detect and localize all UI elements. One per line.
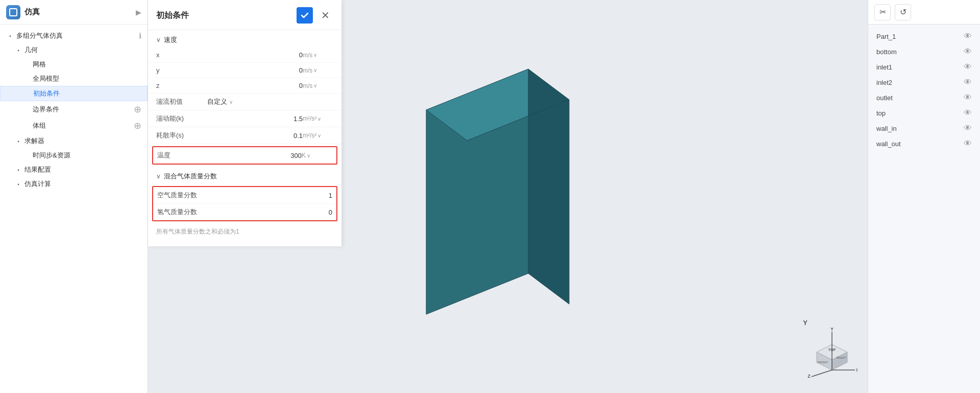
air-mass-label: 空气质量分数 [157, 191, 208, 200]
visibility-icon[interactable]: 👁 [964, 139, 972, 148]
hydrogen-mass-row: 氢气质量分数 0 [153, 204, 336, 220]
list-item[interactable]: wall_in 👁 [868, 121, 980, 136]
sidebar-item-label: 时间步&资源 [33, 151, 141, 160]
expand-icon: ▪ [14, 180, 22, 188]
right-panel: ✂ ↺ Part_1 👁 bottom 👁 inlet1 👁 inlet2 👁 … [868, 0, 980, 393]
sidebar-item-boundary-conditions[interactable]: 边界条件 ⊕ [0, 101, 148, 118]
hydrogen-mass-value[interactable]: 0 [208, 209, 332, 216]
sidebar-item-time-resources[interactable]: 时间步&资源 [0, 148, 148, 163]
axis-indicator: TOP FRONT RIGHT Y X Z [806, 327, 857, 378]
sidebar: 仿真 ▶ ▪ 多组分气体仿真 ℹ ▪ 几何 网格 全局模型 初始条件 [0, 0, 148, 393]
visibility-icon[interactable]: 👁 [964, 108, 972, 118]
list-item[interactable]: inlet1 👁 [868, 59, 980, 75]
visibility-icon[interactable]: 👁 [964, 47, 972, 56]
sidebar-item-multi-sim[interactable]: ▪ 多组分气体仿真 ℹ [0, 29, 148, 43]
list-item[interactable]: top 👁 [868, 105, 980, 121]
turbulence-value[interactable]: 自定义 ∨ [207, 97, 333, 106]
z-value[interactable]: 0 [207, 82, 303, 89]
visibility-icon[interactable]: 👁 [964, 62, 972, 72]
expand-icon [23, 89, 31, 98]
y-label: y [156, 66, 207, 74]
velocity-section-header: ∨ 速度 [148, 30, 341, 48]
sidebar-title: 仿真 [24, 7, 136, 17]
footer-note: 所有气体质量分数之和必须为1 [156, 228, 239, 235]
add-icon[interactable]: ⊕ [134, 104, 141, 115]
refresh-icon: ↺ [900, 7, 906, 17]
visibility-icon[interactable]: 👁 [964, 93, 972, 102]
temperature-unit[interactable]: K ∨ [302, 152, 332, 159]
svg-marker-2 [528, 69, 569, 304]
turbulence-row: 湍流初值 自定义 ∨ [148, 94, 341, 110]
turbulence-kinetic-row: 湍动能(k) 1.5 m²/s² ∨ [148, 110, 341, 127]
temperature-value[interactable]: 300 [208, 152, 302, 159]
sidebar-item-geometry[interactable]: ▪ 几何 [0, 43, 148, 57]
velocity-x-row: x 0 m/s ∨ [148, 48, 341, 63]
svg-text:X: X [856, 367, 857, 373]
x-value[interactable]: 0 [207, 51, 303, 59]
svg-line-22 [812, 370, 832, 377]
svg-text:FRONT: FRONT [818, 361, 828, 364]
part-name: wall_out [876, 140, 964, 148]
expand-icon [22, 151, 31, 159]
visibility-icon[interactable]: 👁 [964, 78, 972, 87]
modal-header: 初始条件 ✕ [148, 0, 341, 30]
z-unit[interactable]: m/s ∨ [303, 82, 333, 89]
dissipation-unit[interactable]: m²/s² ∨ [303, 132, 333, 139]
dissipation-value[interactable]: 0.1 [207, 132, 303, 140]
air-mass-value[interactable]: 1 [208, 192, 332, 199]
form-footer: 所有气体质量分数之和必须为1 [148, 223, 341, 240]
chevron-down-icon: ∨ [317, 116, 321, 122]
modal-title: 初始条件 [156, 10, 297, 21]
part-name: inlet2 [876, 79, 964, 86]
list-item[interactable]: bottom 👁 [868, 44, 980, 59]
expand-icon [22, 122, 31, 130]
dissipation-row: 耗散率(s) 0.1 m²/s² ∨ [148, 127, 341, 144]
list-item[interactable]: outlet 👁 [868, 90, 980, 105]
part-name: Part_1 [876, 33, 964, 40]
right-panel-toolbar: ✂ ↺ [868, 0, 980, 25]
sidebar-item-label: 网格 [33, 60, 141, 69]
temperature-row: 温度 300 K ∨ [153, 147, 336, 164]
expand-icon: ▪ [14, 46, 22, 54]
sidebar-item-global-model[interactable]: 全局模型 [0, 72, 148, 86]
scissors-button[interactable]: ✂ [874, 4, 891, 20]
modal-body: ∨ 速度 x 0 m/s ∨ y 0 [148, 30, 341, 246]
close-button[interactable]: ✕ [317, 7, 333, 24]
sidebar-item-label: 全局模型 [33, 74, 141, 83]
y-value[interactable]: 0 [207, 66, 303, 74]
info-icon: ℹ [139, 32, 141, 40]
temperature-section: 温度 300 K ∨ [152, 146, 337, 165]
y-unit[interactable]: m/s ∨ [303, 67, 333, 74]
add-icon[interactable]: ⊕ [134, 120, 141, 131]
sidebar-tree: ▪ 多组分气体仿真 ℹ ▪ 几何 网格 全局模型 初始条件 边界条件 ⊕ [0, 25, 148, 393]
sidebar-item-mesh[interactable]: 网格 [0, 57, 148, 72]
x-unit[interactable]: m/s ∨ [303, 52, 333, 59]
chevron-down-icon: ∨ [313, 83, 317, 88]
list-item[interactable]: wall_out 👁 [868, 136, 980, 151]
expand-icon [22, 105, 31, 113]
velocity-label: 速度 [164, 35, 177, 44]
sidebar-item-initial-conditions[interactable]: 初始条件 [0, 86, 148, 101]
turbulence-kinetic-value[interactable]: 1.5 [207, 115, 303, 123]
parts-list: Part_1 👁 bottom 👁 inlet1 👁 inlet2 👁 outl… [868, 25, 980, 393]
mixed-gas-label: 混合气体质量分数 [164, 172, 217, 181]
sidebar-item-solver[interactable]: ▪ 求解器 [0, 134, 148, 148]
svg-text:Z: Z [807, 374, 811, 378]
expand-icon: ▪ [14, 166, 22, 174]
sidebar-item-sim-calc[interactable]: ▪ 仿真计算 [0, 177, 148, 191]
refresh-button[interactable]: ↺ [895, 4, 911, 20]
sidebar-item-label: 求解器 [24, 136, 141, 146]
modal-overlay: 初始条件 ✕ ∨ 速度 x 0 m/s ∨ [148, 0, 342, 393]
confirm-button[interactable] [297, 7, 313, 24]
visibility-icon[interactable]: 👁 [964, 124, 972, 133]
list-item[interactable]: Part_1 👁 [868, 29, 980, 44]
list-item[interactable]: inlet2 👁 [868, 75, 980, 90]
x-label: x [156, 51, 207, 59]
turbulence-kinetic-unit[interactable]: m²/s² ∨ [303, 115, 333, 122]
collapse-button[interactable]: ▶ [136, 8, 141, 16]
visibility-icon[interactable]: 👁 [964, 32, 972, 41]
sidebar-item-body-group[interactable]: 体组 ⊕ [0, 118, 148, 134]
sidebar-item-result-config[interactable]: ▪ 结果配置 [0, 163, 148, 177]
expand-icon: ▪ [6, 32, 14, 40]
chevron-down-icon: ∨ [317, 133, 321, 138]
